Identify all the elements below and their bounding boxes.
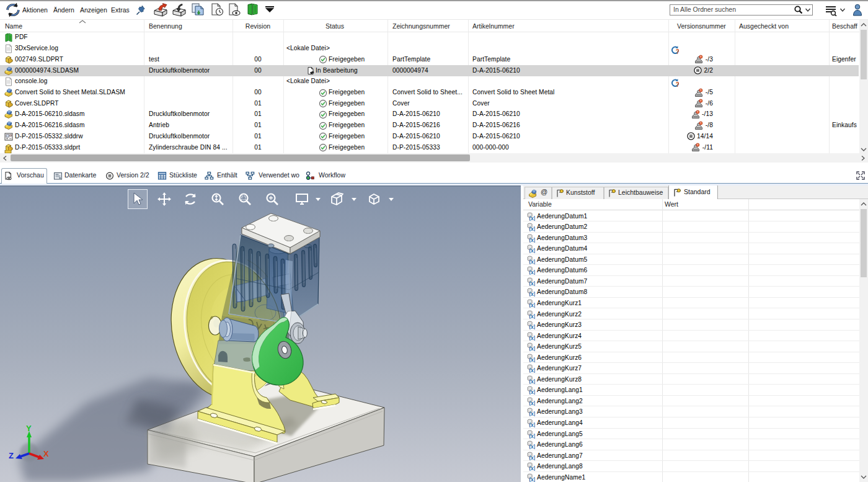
svg-text:(x): (x) bbox=[529, 346, 535, 351]
svg-text:Y: Y bbox=[26, 424, 32, 433]
svg-text:?: ? bbox=[676, 81, 679, 87]
svg-text:(x): (x) bbox=[529, 399, 535, 405]
svg-text:(x): (x) bbox=[529, 389, 535, 395]
svg-text:(x): (x) bbox=[529, 301, 535, 307]
svg-text:(x): (x) bbox=[529, 454, 535, 460]
svg-text:?: ? bbox=[676, 48, 679, 55]
svg-text:(x): (x) bbox=[529, 367, 535, 373]
svg-text:(x): (x) bbox=[529, 465, 535, 471]
svg-text:(x): (x) bbox=[529, 269, 535, 275]
svg-text:(x): (x) bbox=[529, 280, 535, 285]
svg-text:(x): (x) bbox=[529, 334, 535, 340]
svg-text:(x): (x) bbox=[529, 444, 535, 449]
svg-text:(x): (x) bbox=[529, 411, 535, 416]
svg-text:(x): (x) bbox=[529, 432, 535, 438]
svg-text:(x): (x) bbox=[529, 258, 535, 264]
svg-text:(x): (x) bbox=[529, 356, 535, 362]
svg-text:(x): (x) bbox=[529, 236, 535, 242]
svg-text:(x): (x) bbox=[529, 313, 535, 318]
svg-text:(x): (x) bbox=[529, 291, 535, 297]
svg-text:(x): (x) bbox=[529, 226, 535, 231]
svg-text:(x): (x) bbox=[529, 215, 535, 220]
svg-text:(x): (x) bbox=[529, 248, 535, 253]
svg-text:X: X bbox=[43, 449, 49, 458]
svg-text:(x): (x) bbox=[529, 378, 535, 383]
svg-text:Z: Z bbox=[9, 451, 14, 460]
svg-text:(x): (x) bbox=[529, 422, 535, 427]
svg-text:(x): (x) bbox=[529, 476, 535, 481]
svg-text:(x): (x) bbox=[529, 324, 535, 329]
